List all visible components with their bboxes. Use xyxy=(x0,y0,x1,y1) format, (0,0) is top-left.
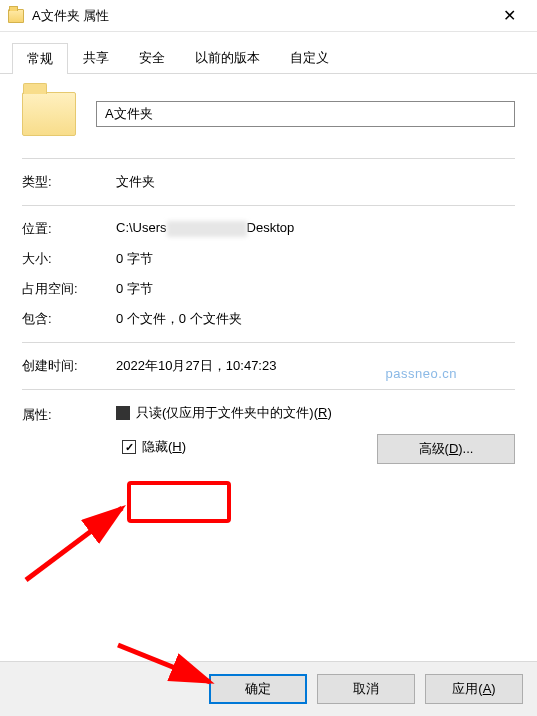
ok-button[interactable]: 确定 xyxy=(209,674,307,704)
disk-label: 占用空间: xyxy=(22,280,116,298)
tab-general[interactable]: 常规 xyxy=(12,43,68,74)
readonly-text: 只读(仅应用于文件夹中的文件)(R) xyxy=(136,404,332,422)
content: 类型: 文件夹 位置: C:\UsersDesktop 大小: 0 字节 占用空… xyxy=(0,74,537,474)
cancel-button[interactable]: 取消 xyxy=(317,674,415,704)
location-prefix: C:\Users xyxy=(116,220,167,235)
created-label: 创建时间: xyxy=(22,357,116,375)
close-button[interactable]: ✕ xyxy=(489,2,529,30)
location-value: C:\UsersDesktop xyxy=(116,220,515,238)
location-label: 位置: xyxy=(22,220,116,238)
tab-previous[interactable]: 以前的版本 xyxy=(180,42,275,73)
tab-share[interactable]: 共享 xyxy=(68,42,124,73)
readonly-checkbox[interactable] xyxy=(116,406,130,420)
titlebar: A文件夹 属性 ✕ xyxy=(0,0,537,32)
window-title: A文件夹 属性 xyxy=(32,7,489,25)
contains-label: 包含: xyxy=(22,310,116,328)
hidden-row[interactable]: 隐藏(H) xyxy=(116,434,192,460)
size-value: 0 字节 xyxy=(116,250,515,268)
location-blur xyxy=(167,221,247,237)
folder-name-input[interactable] xyxy=(96,101,515,127)
tab-security[interactable]: 安全 xyxy=(124,42,180,73)
svg-line-0 xyxy=(26,508,122,580)
type-label: 类型: xyxy=(22,173,116,191)
location-suffix: Desktop xyxy=(247,220,295,235)
readonly-row[interactable]: 只读(仅应用于文件夹中的文件)(R) xyxy=(116,404,515,422)
tabbar: 常规 共享 安全 以前的版本 自定义 xyxy=(0,32,537,74)
type-value: 文件夹 xyxy=(116,173,515,191)
disk-value: 0 字节 xyxy=(116,280,515,298)
tab-custom[interactable]: 自定义 xyxy=(275,42,344,73)
hidden-text: 隐藏(H) xyxy=(142,438,186,456)
annotation-highlight-box xyxy=(127,481,231,523)
size-label: 大小: xyxy=(22,250,116,268)
footer: 确定 取消 应用(A) xyxy=(0,661,537,716)
contains-value: 0 个文件，0 个文件夹 xyxy=(116,310,515,328)
advanced-button[interactable]: 高级(D)... xyxy=(377,434,515,464)
hidden-checkbox[interactable] xyxy=(122,440,136,454)
apply-button[interactable]: 应用(A) xyxy=(425,674,523,704)
folder-large-icon xyxy=(22,92,76,136)
watermark: passneo.cn xyxy=(386,366,458,381)
attributes-label: 属性: xyxy=(22,404,116,464)
folder-icon xyxy=(8,9,24,23)
